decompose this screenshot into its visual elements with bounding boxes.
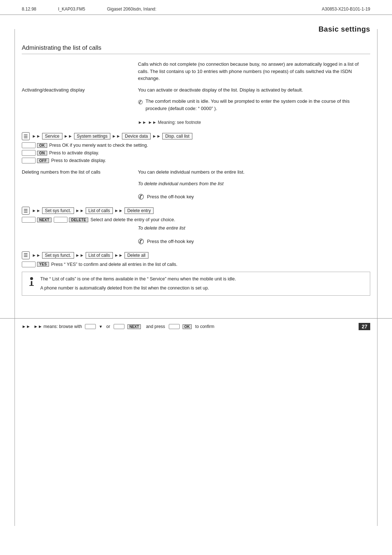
footer-ok-rect <box>169 324 180 329</box>
intro-text: Calls which do not complete (no connecti… <box>138 61 370 82</box>
nav-arrow-3c: ►► <box>114 253 123 258</box>
nav-box-delete-all: Delete all <box>124 252 148 259</box>
nav-arrow-2c: ►► <box>114 208 123 213</box>
btn-off-text: Press to deactivate display. <box>51 158 106 163</box>
footer-and-press-text: and press <box>146 324 165 329</box>
nav-box-service: Service <box>42 133 62 139</box>
handset-icon-3: ✆ <box>138 236 144 247</box>
subsection2-block: Deleting numbers from the list of calls … <box>22 169 370 176</box>
nav-arrow-3a: ►► <box>32 253 41 258</box>
btn-next-delete-row: NEXT DELETE Select and delete the entry … <box>22 217 370 223</box>
btn-rect-delete <box>54 217 68 223</box>
left-vertical-line <box>15 29 15 526</box>
header-left: 8.12.98 I_KAP03.FM5 Gigaset 2060isdn, In… <box>22 7 156 12</box>
page-header: 8.12.98 I_KAP03.FM5 Gigaset 2060isdn, In… <box>0 0 392 15</box>
footnote-text: ►► ►► Meaning: see footnote <box>138 116 370 128</box>
btn-on-label: ON <box>37 151 47 155</box>
delete-individual-label: To delete individual numbers from the li… <box>138 180 370 187</box>
comfort-note-right: ✆ The comfort mobile unit is idle. You w… <box>138 98 370 112</box>
subsection2-label: Deleting numbers from the list of calls <box>22 169 138 176</box>
footer-next-rect <box>114 324 124 329</box>
footer-next-btn: NEXT <box>127 324 141 329</box>
nav-arrow-2a: ►► <box>32 208 41 213</box>
btn-ok-row: OK Press OK if you merely want to check … <box>22 142 370 148</box>
nav-box-system-settings: System settings <box>74 133 111 139</box>
info-icon <box>27 276 36 290</box>
offhook1-left <box>22 191 138 202</box>
footer-or-text: or <box>106 324 110 329</box>
btn-yes-text: Press “ YES” to confirm and delete all e… <box>51 262 177 267</box>
svg-rect-1 <box>31 281 32 285</box>
comfort-note-left <box>22 98 138 112</box>
header-doc-ref: A30853-X210-B101-1-19 <box>322 7 370 12</box>
footnote-label: ►► Meaning: see footnote <box>148 119 201 126</box>
footer-page-number: 27 <box>359 323 370 330</box>
handset-icon-2: ✆ <box>138 191 144 202</box>
delete-all-label: To delete the entire list <box>138 224 370 232</box>
btn-on-row: ON Press to activate display. <box>22 150 370 156</box>
nav-row-1: ☰ ►► Service ►► System settings ►► Devic… <box>22 132 370 140</box>
offhook2-left <box>22 236 138 247</box>
nav-box-list-of-calls-1: List of calls <box>86 207 113 214</box>
btn-rect-on <box>22 150 36 156</box>
footnote-arrow: ►► <box>138 119 147 126</box>
nav-arrow-1c: ►► <box>112 134 121 139</box>
handset-icon: ✆ <box>138 98 143 107</box>
info-text-1: The “ List of calls” is one of the items… <box>40 276 365 283</box>
header-date: 8.12.98 <box>22 7 36 12</box>
footer-browse-rect <box>85 324 96 329</box>
menu-icon-3: ☰ <box>22 251 30 259</box>
btn-off-row: OFF Press to deactivate display. <box>22 158 370 163</box>
info-box: The “ List of calls” is one of the items… <box>22 272 370 296</box>
page-title: Basic settings <box>0 15 392 37</box>
section-heading: Administrating the list of calls <box>22 44 370 54</box>
delete-individual-left <box>22 180 138 187</box>
offhook1-text: Press the off-hook key <box>147 193 194 200</box>
menu-icon-1: ☰ <box>22 132 30 140</box>
btn-rect-ok <box>22 142 36 148</box>
footnote-row: ►► ►► Meaning: see footnote <box>22 116 370 128</box>
delete-all-left <box>22 224 138 232</box>
nav-row-2: ☰ ►► Set sys funct. ►► List of calls ►► … <box>22 207 370 215</box>
subsection2-text1: You can delete individual numbers or the… <box>138 169 370 176</box>
page: 8.12.98 I_KAP03.FM5 Gigaset 2060isdn, In… <box>0 0 392 555</box>
footer-to-confirm: to confirm <box>195 324 215 329</box>
nav-box-disp-call-list: Disp. call list <box>162 133 192 139</box>
subsection1-label: Activating/deactivating display <box>22 86 138 94</box>
footer-arrow-down: ▼ <box>99 324 103 329</box>
nav-box-delete-entry: Delete entry <box>124 207 154 214</box>
btn-ok-text: Press OK if you merely want to check the… <box>49 143 148 148</box>
nav-row-3: ☰ ►► Set sys funct. ►► List of calls ►► … <box>22 251 370 259</box>
footer-left: ►► ►► means: browse with ▼ or NEXT and p… <box>22 324 359 329</box>
page-footer: ►► ►► means: browse with ▼ or NEXT and p… <box>0 318 392 335</box>
nav-box-device-data: Device data <box>122 133 151 139</box>
offhook2-block: ✆ Press the off-hook key <box>22 236 370 247</box>
footnote-note: ►► ►► Meaning: see footnote <box>138 119 370 126</box>
footer-means-text: ►► means: browse with <box>34 324 82 329</box>
intro-block: Calls which do not complete (no connecti… <box>22 61 370 82</box>
right-vertical-line <box>377 29 377 526</box>
offhook1-right: ✆ Press the off-hook key <box>138 191 370 202</box>
btn-next-delete-text: Select and delete the entry of your choi… <box>90 217 175 222</box>
subsection1-block: Activating/deactivating display You can … <box>22 86 370 94</box>
info-text: The “ List of calls” is one of the items… <box>40 276 365 292</box>
offhook2-right: ✆ Press the off-hook key <box>138 236 370 247</box>
offhook1-block: ✆ Press the off-hook key <box>22 191 370 202</box>
nav-box-list-of-calls-2: List of calls <box>86 252 113 259</box>
comfort-note-text: The comfort mobile unit is idle. You wil… <box>146 98 370 112</box>
delete-all-block: To delete the entire list <box>22 224 370 232</box>
comfort-note-block: ✆ The comfort mobile unit is idle. You w… <box>22 98 370 112</box>
intro-left <box>22 61 138 82</box>
menu-icon-2: ☰ <box>22 207 30 215</box>
footnote-left <box>22 116 138 128</box>
info-text-2: A phone number is automatically deleted … <box>40 285 365 292</box>
btn-on-text: Press to activate display. <box>49 150 99 155</box>
main-content: Administrating the list of calls Calls w… <box>0 37 392 307</box>
header-product: Gigaset 2060isdn, Inland: <box>107 7 156 12</box>
subsection1-text1: You can activate or deactivate display o… <box>138 86 370 94</box>
nav-arrow-1a: ►► <box>32 134 41 139</box>
nav-arrow-3b: ►► <box>75 253 84 258</box>
btn-rect-off <box>22 158 36 163</box>
nav-arrow-1d: ►► <box>152 134 161 139</box>
delete-individual-block: To delete individual numbers from the li… <box>22 180 370 187</box>
